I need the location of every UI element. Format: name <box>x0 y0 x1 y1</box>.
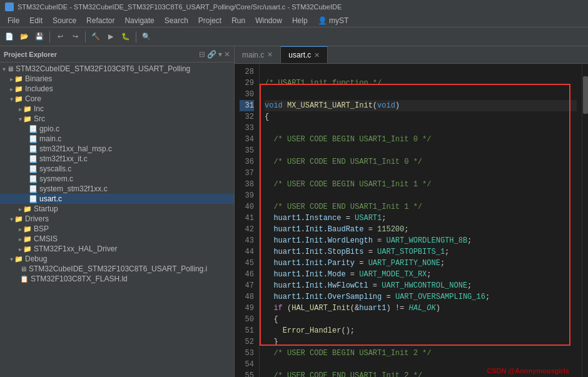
tab-main-c-close[interactable]: ✕ <box>267 51 273 59</box>
tree-startup[interactable]: ▸ 📁 Startup <box>0 204 234 214</box>
menu-help[interactable]: Help <box>287 15 313 26</box>
tree-root[interactable]: ▾ 🖥 STM32CubeIDE_STM32F103C8T6_USART_Pol… <box>0 64 234 74</box>
tree-src-label: Src <box>34 114 45 123</box>
tree-sysmem-c[interactable]: 📃 sysmem.c <box>0 174 234 184</box>
tree-includes-label: Includes <box>25 84 53 93</box>
file-icon: 📋 <box>20 275 29 283</box>
menu-source[interactable]: Source <box>48 15 81 26</box>
scrollbar-thumb[interactable] <box>583 76 588 114</box>
menu-myst[interactable]: 👤 myST <box>313 15 354 26</box>
code-line-41: huart1.Instance = USART1; <box>265 213 577 224</box>
expand-icon: ▸ <box>19 206 22 213</box>
toolbar-save[interactable]: 💾 <box>33 30 46 44</box>
code-line-46: huart1.Init.Mode = UART_MODE_TX_RX; <box>265 269 577 280</box>
explorer-header-icons: ⊟ 🔗 ▾ ✕ <box>199 50 230 59</box>
menu-project[interactable]: Project <box>193 15 226 26</box>
tab-usart-c-label: usart.c <box>288 51 311 59</box>
code-line-45: huart1.Init.Parity = UART_PARITY_NONE; <box>265 258 577 269</box>
explorer-menu-icon[interactable]: ▾ <box>218 50 222 59</box>
line-num: 54 <box>240 359 254 370</box>
code-line-53: /* USER CODE BEGIN USART1_Init 2 */ <box>265 348 577 359</box>
code-line-35 <box>265 145 577 156</box>
tree-it-c[interactable]: 📃 stm32f1xx_it.c <box>0 154 234 164</box>
menu-navigate[interactable]: Navigate <box>119 15 159 26</box>
toolbar-build[interactable]: 🔨 <box>89 30 103 44</box>
toolbar-new[interactable]: 📄 <box>3 30 16 44</box>
toolbar-run[interactable]: ▶ <box>104 30 118 44</box>
line-num: 33 <box>240 123 254 134</box>
tree-inc-label: Inc <box>34 104 44 113</box>
toolbar-undo[interactable]: ↩ <box>53 30 67 44</box>
tab-main-c[interactable]: main.c ✕ <box>235 46 281 63</box>
expand-icon: ▸ <box>10 86 13 93</box>
menu-file[interactable]: File <box>3 15 24 26</box>
main-layout: Project Explorer ⊟ 🔗 ▾ ✕ ▾ 🖥 STM32CubeID… <box>0 46 588 377</box>
code-line-49: if (HAL_UART_Init(&huart1) != HAL_OK) <box>265 303 577 314</box>
tree-flash-ld[interactable]: 📋 STM32F103C8TX_FLASH.ld <box>0 274 234 284</box>
tree-startup-label: Startup <box>34 204 58 213</box>
menu-run[interactable]: Run <box>226 15 250 26</box>
menu-edit[interactable]: Edit <box>24 15 48 26</box>
code-line-40: /* USER CODE END USART1_Init 1 */ <box>265 201 577 213</box>
line-num: 30 <box>240 89 254 100</box>
toolbar-open[interactable]: 📂 <box>18 30 31 44</box>
tree-bsp[interactable]: ▸ 📁 BSP <box>0 224 234 234</box>
folder-icon: 📁 <box>23 225 32 233</box>
tree-system-c[interactable]: 📃 system_stm32f1xx.c <box>0 184 234 194</box>
collapse-all-icon[interactable]: ⊟ <box>199 50 205 59</box>
line-num: 39 <box>240 190 254 201</box>
tree-binaries[interactable]: ▸ 📁 Binaries <box>0 74 234 84</box>
code-line-32: { <box>265 111 577 123</box>
file-icon: 📃 <box>29 185 38 193</box>
link-editor-icon[interactable]: 🔗 <box>207 50 216 59</box>
code-line-39 <box>265 190 577 201</box>
tree-main-c[interactable]: 📃 main.c <box>0 134 234 144</box>
tree-hal-driver[interactable]: ▸ 📁 STM32F1xx_HAL_Driver <box>0 244 234 254</box>
expand-icon: ▸ <box>19 226 22 233</box>
tree-hal-driver-label: STM32F1xx_HAL_Driver <box>34 244 117 253</box>
folder-icon: 📁 <box>14 85 23 93</box>
project-explorer-panel: Project Explorer ⊟ 🔗 ▾ ✕ ▾ 🖥 STM32CubeID… <box>0 46 235 377</box>
tab-usart-c-close[interactable]: ✕ <box>314 51 320 59</box>
expand-icon: ▾ <box>19 116 22 123</box>
tree-inc[interactable]: ▸ 📁 Inc <box>0 104 234 114</box>
tree-syscalls-c[interactable]: 📃 syscalls.c <box>0 164 234 174</box>
toolbar-search[interactable]: 🔍 <box>139 30 153 44</box>
line-num: 51 <box>240 325 254 336</box>
code-line-52: } <box>265 336 577 348</box>
menu-search[interactable]: Search <box>160 15 193 26</box>
explorer-close-icon[interactable]: ✕ <box>224 50 230 59</box>
folder-icon: 📁 <box>23 245 32 253</box>
tree-includes[interactable]: ▸ 📁 Includes <box>0 84 234 94</box>
menu-refactor[interactable]: Refactor <box>81 15 119 26</box>
editor-area: 28 29 30 31 32 33 34 35 36 37 38 39 40 4… <box>235 64 588 377</box>
toolbar-sep-1 <box>49 31 50 43</box>
line-num: 38 <box>240 179 254 190</box>
tree-core-label: Core <box>25 94 41 103</box>
code-content[interactable]: /* USART1 init function */ void MX_USART… <box>260 64 582 377</box>
line-num: 32 <box>240 111 254 123</box>
file-tree: ▾ 🖥 STM32CubeIDE_STM32F103C8T6_USART_Pol… <box>0 63 234 377</box>
tree-gpio-c[interactable]: 📃 gpio.c <box>0 124 234 134</box>
tree-drivers[interactable]: ▾ 📁 Drivers <box>0 214 234 224</box>
line-num: 44 <box>240 246 254 258</box>
tree-polling-elf[interactable]: 🖥 STM32CubeIDE_STM32F103C8T6_USART_Polli… <box>0 264 234 274</box>
tree-debug[interactable]: ▾ 📁 Debug <box>0 254 234 264</box>
editor-scrollbar[interactable] <box>582 64 588 377</box>
tree-it-label: stm32f1xx_it.c <box>39 154 88 163</box>
line-num: 42 <box>240 224 254 235</box>
folder-icon: 📁 <box>14 215 23 223</box>
tab-usart-c[interactable]: usart.c ✕ <box>281 46 328 63</box>
expand-icon: ▸ <box>19 106 22 113</box>
tree-hal-msp-label: stm32f1xx_hal_msp.c <box>39 144 112 153</box>
tree-core[interactable]: ▾ 📁 Core <box>0 94 234 104</box>
tree-usart-c[interactable]: 📃 usart.c <box>0 194 234 204</box>
tree-hal-msp-c[interactable]: 📃 stm32f1xx_hal_msp.c <box>0 144 234 154</box>
tree-cmsis[interactable]: ▸ 📁 CMSIS <box>0 234 234 244</box>
tree-src[interactable]: ▾ 📁 Src <box>0 114 234 124</box>
menu-window[interactable]: Window <box>250 15 287 26</box>
tree-usart-label: usart.c <box>39 194 62 203</box>
toolbar-debug[interactable]: 🐛 <box>119 30 133 44</box>
expand-icon: ▾ <box>10 216 13 223</box>
toolbar-redo[interactable]: ↪ <box>68 30 82 44</box>
